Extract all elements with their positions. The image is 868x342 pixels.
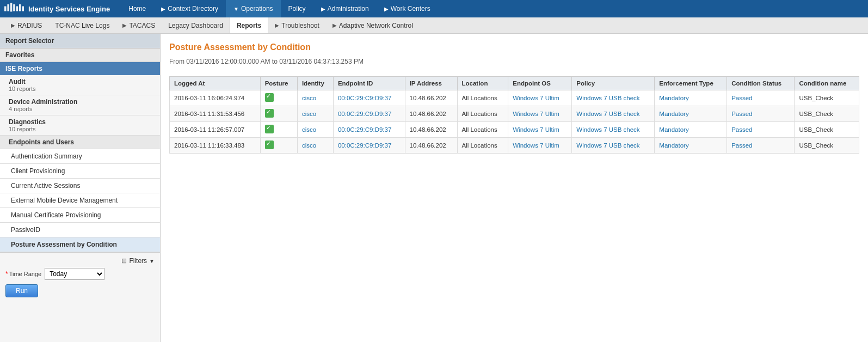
cell-policy[interactable]: Windows 7 USB check [572, 90, 655, 106]
cell-condition-status[interactable]: Passed [727, 106, 795, 122]
cell-endpoint-os-link[interactable]: Windows 7 Ultim [513, 111, 559, 117]
cell-identity-link[interactable]: cisco [302, 95, 316, 101]
cell-policy-link[interactable]: Windows 7 USB check [576, 126, 639, 133]
cell-endpoint-os[interactable]: Windows 7 Ultim [508, 106, 572, 122]
cell-enforcement-type[interactable]: Mandatory [655, 122, 727, 138]
sidebar-item-auth-summary[interactable]: Authentication Summary [0, 149, 160, 164]
nav-item-context-directory[interactable]: ▶ Context Directory [153, 0, 226, 17]
cell-identity-link[interactable]: cisco [302, 111, 316, 117]
cell-condition-name: USB_Check [795, 106, 859, 122]
cell-identity-link[interactable]: cisco [302, 126, 316, 133]
nav-item-operations[interactable]: ▼ Operations [226, 0, 281, 17]
cell-identity[interactable]: cisco [297, 106, 333, 122]
cell-endpoint-os-link[interactable]: Windows 7 Ultim [513, 95, 559, 101]
cell-condition-name: USB_Check [795, 122, 859, 138]
cell-policy[interactable]: Windows 7 USB check [572, 138, 655, 154]
cell-enforcement-type-link[interactable]: Mandatory [659, 126, 688, 133]
sidebar-item-client-provisioning[interactable]: Client Provisioning [0, 164, 160, 179]
cell-enforcement-type-link[interactable]: Mandatory [659, 95, 688, 101]
cell-policy[interactable]: Windows 7 USB check [572, 122, 655, 138]
work-centers-arrow-icon: ▶ [384, 6, 389, 12]
sidebar-item-posture-assessment[interactable]: Posture Assessment by Condition [0, 237, 160, 252]
cell-endpoint-os-link[interactable]: Windows 7 Ultim [513, 126, 559, 133]
sidebar-item-current-active-sessions[interactable]: Current Active Sessions [0, 179, 160, 193]
sub-nav-tacacs-label: TACACS [129, 22, 155, 29]
cell-endpoint-id[interactable]: 00:0C:29:C9:D9:37 [333, 106, 405, 122]
sub-nav-legacy-dashboard[interactable]: Legacy Dashboard [162, 17, 230, 33]
diagnostics-sub: 10 reports [9, 126, 155, 132]
troubleshoot-arrow-icon: ▶ [275, 22, 279, 28]
time-range-row: * Time Range Today Yesterday Last 7 Days… [5, 268, 155, 280]
cell-condition-status[interactable]: Passed [727, 90, 795, 106]
sidebar-item-diagnostics[interactable]: Diagnostics 10 reports [0, 115, 160, 136]
cell-endpoint-id-link[interactable]: 00:0C:29:C9:D9:37 [338, 142, 391, 149]
cell-condition-status-link[interactable]: Passed [731, 95, 752, 101]
cell-condition-status-link[interactable]: Passed [731, 126, 752, 133]
auth-summary-label: Authentication Summary [11, 152, 82, 160]
sidebar-item-device-admin[interactable]: Device Administration 4 reports [0, 95, 160, 115]
cell-endpoint-os[interactable]: Windows 7 Ultim [508, 138, 572, 154]
sidebar-ise-reports[interactable]: ISE Reports [0, 62, 160, 75]
sub-nav-tcnac-label: TC-NAC Live Logs [55, 22, 109, 29]
nav-admin-label: Administration [328, 5, 369, 13]
sidebar-item-passiveid[interactable]: PassiveID [0, 223, 160, 237]
cell-enforcement-type-link[interactable]: Mandatory [659, 142, 688, 149]
nav-policy-label: Policy [288, 5, 306, 13]
sidebar: Report Selector Favorites ISE Reports Au… [0, 34, 161, 342]
sidebar-item-manual-cert[interactable]: Manual Certificate Provisioning [0, 208, 160, 223]
cell-policy-link[interactable]: Windows 7 USB check [576, 142, 639, 149]
run-button[interactable]: Run [5, 284, 38, 297]
cell-endpoint-os[interactable]: Windows 7 Ultim [508, 122, 572, 138]
cell-policy[interactable]: Windows 7 USB check [572, 106, 655, 122]
cell-endpoint-id-link[interactable]: 00:0C:29:C9:D9:37 [338, 126, 391, 133]
cell-policy-link[interactable]: Windows 7 USB check [576, 111, 639, 117]
cell-endpoint-id-link[interactable]: 00:0C:29:C9:D9:37 [338, 95, 391, 101]
nav-item-policy[interactable]: Policy [281, 0, 313, 17]
cell-enforcement-type-link[interactable]: Mandatory [659, 111, 688, 117]
cell-endpoint-id[interactable]: 00:0C:29:C9:D9:37 [333, 122, 405, 138]
sidebar-endpoints-users-header[interactable]: Endpoints and Users [0, 136, 160, 149]
cell-policy-link[interactable]: Windows 7 USB check [576, 95, 639, 101]
cell-identity[interactable]: cisco [297, 138, 333, 154]
current-active-sessions-label: Current Active Sessions [11, 182, 80, 190]
cell-enforcement-type[interactable]: Mandatory [655, 138, 727, 154]
cell-identity[interactable]: cisco [297, 90, 333, 106]
cell-endpoint-id-link[interactable]: 00:0C:29:C9:D9:37 [338, 111, 391, 117]
posture-check-icon [265, 141, 274, 149]
cisco-logo-icon [4, 2, 24, 15]
sub-nav-troubleshoot[interactable]: ▶ Troubleshoot [268, 17, 326, 33]
filters-label: Filters [129, 257, 147, 265]
nav-item-work-centers[interactable]: ▶ Work Centers [377, 0, 438, 17]
sidebar-favorites: Favorites [0, 48, 160, 62]
cell-endpoint-id[interactable]: 00:0C:29:C9:D9:37 [333, 90, 405, 106]
app-title: Identity Services Engine [28, 5, 110, 13]
time-range-select[interactable]: Today Yesterday Last 7 Days Last 30 Days… [45, 268, 104, 280]
sub-nav-radius[interactable]: ▶ RADIUS [4, 17, 48, 33]
cell-condition-status-link[interactable]: Passed [731, 111, 752, 117]
cell-condition-status[interactable]: Passed [727, 138, 795, 154]
cell-endpoint-id[interactable]: 00:0C:29:C9:D9:37 [333, 138, 405, 154]
sidebar-item-audit[interactable]: Audit 10 reports [0, 75, 160, 95]
cell-condition-status-link[interactable]: Passed [731, 142, 752, 149]
cell-identity-link[interactable]: cisco [302, 142, 316, 149]
nav-item-home[interactable]: Home [121, 0, 153, 17]
filters-button[interactable]: ⊟ Filters ▼ [121, 257, 155, 265]
sub-nav-tacacs[interactable]: ▶ TACACS [116, 17, 162, 33]
cell-enforcement-type[interactable]: Mandatory [655, 90, 727, 106]
sub-nav-reports[interactable]: Reports [230, 17, 268, 33]
cell-posture [260, 106, 297, 122]
cell-condition-status[interactable]: Passed [727, 122, 795, 138]
nav-home-label: Home [128, 5, 146, 13]
sidebar-item-external-mobile[interactable]: External Mobile Device Management [0, 193, 160, 208]
col-header-condition-status: Condition Status [727, 77, 795, 90]
cell-condition-name: USB_Check [795, 90, 859, 106]
cell-endpoint-os[interactable]: Windows 7 Ultim [508, 90, 572, 106]
sub-nav-tcnac[interactable]: TC-NAC Live Logs [48, 17, 116, 33]
cell-identity[interactable]: cisco [297, 122, 333, 138]
cell-endpoint-os-link[interactable]: Windows 7 Ultim [513, 142, 559, 149]
nav-item-administration[interactable]: ▶ Administration [313, 0, 377, 17]
report-time-range: From 03/11/2016 12:00:00.000 AM to 03/11… [169, 58, 859, 65]
sub-nav-anc[interactable]: ▶ Adaptive Network Control [326, 17, 420, 33]
cell-enforcement-type[interactable]: Mandatory [655, 106, 727, 122]
top-nav-bar: Identity Services Engine Home ▶ Context … [0, 0, 868, 17]
